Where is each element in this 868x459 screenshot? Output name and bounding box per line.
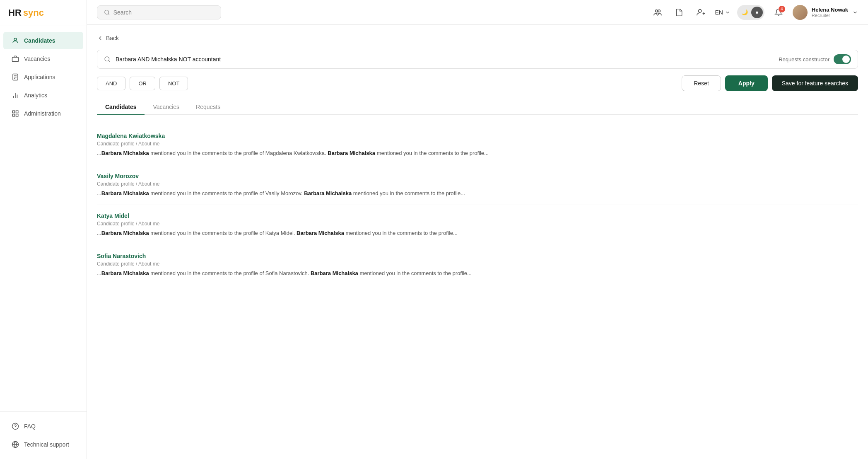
result-text: ...Barbara Michalska mentioned you in th… — [97, 229, 858, 237]
team-icon — [653, 8, 662, 17]
or-button[interactable]: OR — [130, 77, 155, 90]
result-item: Vasily Morozov Candidate profile / About… — [97, 165, 858, 205]
search-box[interactable] — [97, 5, 221, 19]
user-role: Recruiter — [812, 13, 848, 18]
content-wrapper: Back ⋮ Requests constructor AND OR NOT R… — [97, 35, 858, 285]
language-selector[interactable]: EN — [715, 9, 730, 16]
query-bar: Requests constructor — [97, 50, 858, 69]
sidebar-item-analytics[interactable]: Analytics — [3, 87, 83, 104]
svg-rect-1 — [12, 57, 19, 62]
avatar-image — [793, 5, 808, 20]
search-input[interactable] — [113, 9, 214, 16]
result-text: ...Barbara Michalska mentioned you in th… — [97, 149, 858, 157]
help-icon — [12, 423, 19, 430]
svg-point-20 — [658, 10, 661, 12]
document-icon — [675, 8, 683, 17]
svg-rect-11 — [12, 114, 14, 116]
filter-row: AND OR NOT Reset Apply Save for feature … — [97, 75, 858, 91]
result-sub: Candidate profile / About me — [97, 261, 858, 267]
settings-icon — [12, 110, 19, 117]
sidebar-label-candidates: Candidates — [24, 37, 55, 44]
content-area: Back ⋮ Requests constructor AND OR NOT R… — [87, 25, 868, 459]
requests-constructor-label: Requests constructor — [779, 56, 829, 63]
svg-rect-10 — [16, 111, 18, 113]
sidebar-label-faq: FAQ — [24, 423, 36, 430]
briefcase-icon — [12, 55, 19, 63]
result-item: Magdalena Kwiatkowska Candidate profile … — [97, 125, 858, 165]
chart-icon — [12, 92, 19, 99]
notifications-btn[interactable]: 4 — [771, 5, 786, 20]
user-profile[interactable]: Helena Nowak Recruiter — [793, 5, 858, 20]
result-sub: Candidate profile / About me — [97, 221, 858, 227]
back-label: Back — [106, 35, 119, 41]
notification-badge: 4 — [779, 6, 785, 12]
apply-button[interactable]: Apply — [725, 75, 768, 91]
nav-items: Candidates Vacancies Applications Analyt… — [0, 26, 87, 411]
logo-sync: sync — [23, 7, 44, 18]
sidebar-label-analytics: Analytics — [24, 92, 47, 99]
back-chevron-icon — [97, 35, 104, 41]
search-icon — [104, 9, 110, 16]
sidebar-item-technical-support[interactable]: Technical support — [3, 436, 83, 453]
result-text: ...Barbara Michalska mentioned you in th… — [97, 269, 858, 278]
svg-rect-12 — [16, 114, 18, 116]
tab-candidates[interactable]: Candidates — [97, 99, 145, 115]
light-theme-btn[interactable]: 🌙 — [739, 7, 750, 18]
sidebar-item-applications[interactable]: Applications — [3, 68, 83, 86]
tab-requests[interactable]: Requests — [188, 99, 229, 115]
more-options-btn[interactable]: ⋮ — [840, 79, 848, 89]
sidebar: HRsync Candidates Vacancies Applications… — [0, 0, 87, 459]
reset-button[interactable]: Reset — [682, 75, 721, 91]
svg-rect-9 — [12, 111, 14, 113]
result-item: Sofia Narastovich Candidate profile / Ab… — [97, 245, 858, 285]
file-icon — [12, 73, 19, 81]
logo: HRsync — [0, 0, 87, 26]
sidebar-item-administration[interactable]: Administration — [3, 105, 83, 122]
add-person-icon-btn[interactable] — [693, 5, 708, 20]
svg-point-21 — [699, 9, 702, 12]
team-icon-btn[interactable] — [650, 5, 665, 20]
result-name[interactable]: Katya Midel — [97, 213, 858, 219]
tab-vacancies[interactable]: Vacancies — [145, 99, 188, 115]
svg-point-19 — [656, 10, 658, 12]
and-button[interactable]: AND — [97, 77, 125, 90]
chevron-down-icon — [725, 10, 731, 15]
result-text: ...Barbara Michalska mentioned you in th… — [97, 189, 858, 198]
sidebar-label-administration: Administration — [24, 110, 61, 117]
sidebar-item-candidates[interactable]: Candidates — [3, 32, 83, 49]
tabs: Candidates Vacancies Requests — [97, 99, 858, 115]
svg-line-18 — [108, 13, 109, 14]
back-button[interactable]: Back — [97, 35, 858, 41]
document-icon-btn[interactable] — [672, 5, 687, 20]
dark-theme-btn[interactable]: ● — [751, 7, 763, 18]
person-icon — [12, 37, 19, 44]
logo-hr: HR — [8, 7, 22, 18]
sidebar-label-applications: Applications — [24, 74, 55, 80]
result-name[interactable]: Vasily Morozov — [97, 173, 858, 179]
results-list: Magdalena Kwiatkowska Candidate profile … — [97, 125, 858, 285]
query-input[interactable] — [116, 56, 774, 63]
user-name: Helena Nowak — [812, 7, 848, 13]
topbar-actions: EN 🌙 ● 4 Helena Nowak Recruiter — [650, 5, 858, 20]
avatar — [793, 5, 808, 20]
not-button[interactable]: NOT — [159, 77, 188, 90]
requests-constructor: Requests constructor — [779, 54, 851, 64]
result-name[interactable]: Magdalena Kwiatkowska — [97, 133, 858, 139]
user-chevron-icon — [852, 10, 858, 15]
result-name[interactable]: Sofia Narastovich — [97, 253, 858, 259]
result-sub: Candidate profile / About me — [97, 181, 858, 187]
user-info: Helena Nowak Recruiter — [812, 7, 848, 18]
sidebar-item-vacancies[interactable]: Vacancies — [3, 50, 83, 68]
add-person-icon — [696, 8, 705, 17]
svg-line-25 — [108, 60, 110, 62]
result-item: Katya Midel Candidate profile / About me… — [97, 205, 858, 245]
sidebar-label-vacancies: Vacancies — [24, 56, 51, 62]
result-sub: Candidate profile / About me — [97, 141, 858, 147]
language-label: EN — [715, 9, 723, 16]
requests-constructor-toggle[interactable] — [834, 54, 851, 64]
theme-toggle[interactable]: 🌙 ● — [737, 5, 764, 20]
topbar: EN 🌙 ● 4 Helena Nowak Recruiter — [87, 0, 868, 25]
sidebar-item-faq[interactable]: FAQ — [3, 418, 83, 435]
query-search-icon — [104, 56, 111, 63]
sidebar-bottom: FAQ Technical support — [0, 411, 87, 459]
